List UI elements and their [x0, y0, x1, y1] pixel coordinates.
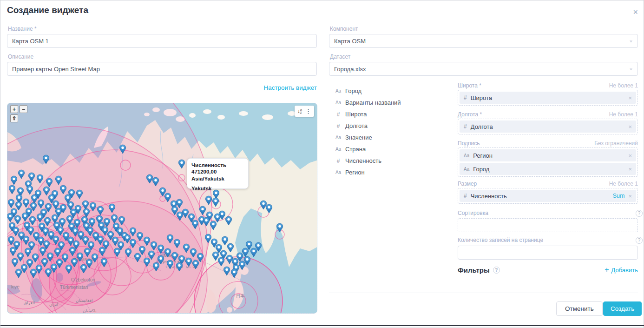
- field-chip[interactable]: #Широта×: [460, 92, 636, 104]
- filters-label: Фильтры: [458, 266, 490, 274]
- text-type-icon: Aa: [335, 135, 342, 140]
- tooltip-timezone: Asia/Yakutsk: [191, 175, 244, 182]
- svg-text:O'zbekiston: O'zbekiston: [71, 277, 95, 282]
- aggregation-label[interactable]: Sum: [613, 193, 625, 199]
- chip-remove-icon[interactable]: ×: [628, 193, 632, 200]
- chip-remove-icon[interactable]: ×: [628, 166, 632, 173]
- slot-limit-hint: Не более 1: [609, 82, 638, 89]
- bottom-edge-bar: [0, 325, 644, 326]
- dataset-field-item[interactable]: AaЗначение: [329, 132, 453, 143]
- tooltip-measure-label: Численность: [191, 162, 226, 168]
- chip-label: Регион: [473, 152, 493, 159]
- dataset-field-label: Численность: [345, 157, 381, 164]
- number-type-icon: #: [464, 193, 467, 199]
- pagesize-input[interactable]: [458, 246, 638, 260]
- number-type-icon: #: [464, 123, 467, 130]
- slot-limit-hint: Не более 1: [609, 181, 638, 187]
- component-select[interactable]: Карта OSM∨: [329, 34, 638, 48]
- dataset-label: Датасет: [330, 54, 350, 60]
- kebab-menu-icon[interactable]: ⋮: [305, 108, 311, 115]
- text-type-icon: Aa: [335, 147, 342, 152]
- chip-remove-icon[interactable]: ×: [628, 152, 632, 159]
- slot-limit-hint: Без ограничений: [594, 140, 638, 147]
- number-type-icon: #: [335, 123, 342, 129]
- chip-label: Долгота: [471, 123, 493, 130]
- configure-widget-link[interactable]: Настроить виджет: [7, 84, 317, 91]
- map-tooltip: Численность 471200,00 Asia/Yakutsk Yakut…: [187, 158, 249, 189]
- sort-az-icon[interactable]: ↓ AZ: [297, 108, 302, 114]
- dataset-field-item[interactable]: #Широта: [329, 108, 453, 120]
- dataset-select[interactable]: Города.xlsx∨: [329, 62, 638, 76]
- slot-dropzone[interactable]: #ЧисленностьSum×: [458, 188, 638, 204]
- map-toolbar: ↓ AZ ⋮: [295, 106, 314, 117]
- component-label: Компонент: [330, 26, 358, 32]
- number-type-icon: #: [464, 94, 467, 101]
- map-preview[interactable]: ҚазақстанO'zbekistonTürkmenistanافغانستا…: [7, 103, 317, 314]
- slot-dropzone[interactable]: #Долгота×: [458, 119, 638, 134]
- page-title: Создание виджета: [7, 5, 88, 15]
- svg-text:Türkmenistan: Türkmenistan: [60, 285, 88, 290]
- map-canvas: ҚазақстанO'zbekistonTürkmenistanافغانستا…: [7, 103, 317, 314]
- dataset-field-item[interactable]: AaСтрана: [329, 143, 453, 155]
- chip-label: Город: [473, 166, 489, 173]
- chip-label: Широта: [471, 94, 492, 101]
- description-label: Описание: [8, 54, 33, 60]
- chip-remove-icon[interactable]: ×: [628, 94, 632, 101]
- map-zoom-out-button[interactable]: −: [20, 105, 27, 113]
- dataset-field-label: Широта: [345, 111, 367, 118]
- slot-label: Размер: [458, 181, 477, 187]
- pagesize-help-icon[interactable]: ?: [636, 237, 643, 244]
- plus-icon: +: [605, 266, 609, 274]
- cancel-button[interactable]: Отменить: [556, 301, 603, 316]
- sorting-dropzone[interactable]: [458, 218, 638, 232]
- dataset-field-item[interactable]: AaВарианты названий: [329, 97, 453, 108]
- filters-help-icon[interactable]: ?: [493, 267, 500, 274]
- sorting-label: Сортировка: [458, 210, 488, 216]
- dataset-field-item[interactable]: AaРегион: [329, 167, 453, 178]
- number-type-icon: #: [335, 111, 342, 118]
- map-extent-button[interactable]: ⇧: [10, 114, 18, 122]
- text-type-icon: Aa: [335, 88, 342, 94]
- text-type-icon: Aa: [335, 170, 342, 175]
- close-icon[interactable]: ×: [633, 8, 638, 16]
- dataset-field-label: Значение: [345, 134, 372, 141]
- dataset-field-label: Варианты названий: [345, 99, 401, 106]
- chip-remove-icon[interactable]: ×: [628, 123, 632, 130]
- dataset-field-label: Страна: [345, 146, 366, 153]
- field-chip[interactable]: AaГород×: [460, 163, 636, 175]
- field-chip[interactable]: #Долгота×: [460, 120, 636, 133]
- slot-dropzone[interactable]: AaРегион×AaГород×: [458, 147, 638, 177]
- text-type-icon: Aa: [335, 100, 342, 105]
- dataset-field-label: Город: [345, 87, 361, 94]
- name-label: Название *: [8, 26, 37, 32]
- text-type-icon: Aa: [464, 153, 469, 158]
- dataset-field-label: Регион: [345, 169, 365, 176]
- field-chip[interactable]: #ЧисленностьSum×: [460, 190, 636, 202]
- slot-limit-hint: Не более 1: [609, 111, 638, 118]
- create-button[interactable]: Создать: [603, 301, 642, 316]
- pagesize-label: Количество записей на странице: [458, 237, 543, 243]
- dataset-fields-list: AaГородAaВарианты названий#Широта#Долгот…: [329, 85, 453, 178]
- add-filter-link[interactable]: + Добавить: [605, 266, 638, 274]
- description-input[interactable]: Пример карты Open Street Map: [7, 62, 317, 76]
- footer-divider: [329, 293, 638, 293]
- svg-text:日本: 日本: [236, 294, 244, 298]
- slot-dropzone[interactable]: #Широта×: [458, 90, 638, 106]
- text-type-icon: Aa: [464, 167, 469, 172]
- dataset-field-label: Долгота: [345, 122, 368, 129]
- dataset-field-item[interactable]: #Долгота: [329, 120, 453, 132]
- field-chip[interactable]: AaРегион×: [460, 149, 636, 161]
- slot-label: Подпись: [458, 140, 480, 147]
- sorting-help-icon[interactable]: ?: [636, 210, 643, 217]
- dataset-field-item[interactable]: #Численность: [329, 155, 453, 167]
- map-zoom-in-button[interactable]: +: [10, 105, 18, 113]
- number-type-icon: #: [335, 158, 342, 164]
- chevron-down-icon: ∨: [629, 67, 633, 71]
- slot-label: Долгота *: [458, 111, 482, 118]
- chevron-down-icon: ∨: [629, 39, 633, 43]
- create-widget-modal: { "modal": { "title": "Создание виджета"…: [0, 0, 644, 328]
- dataset-field-item[interactable]: AaГород: [329, 85, 453, 97]
- svg-text:kiye: kiye: [11, 284, 20, 289]
- name-input[interactable]: Карта OSM 1: [7, 34, 317, 48]
- svg-text:باكستان: باكستان: [83, 308, 97, 313]
